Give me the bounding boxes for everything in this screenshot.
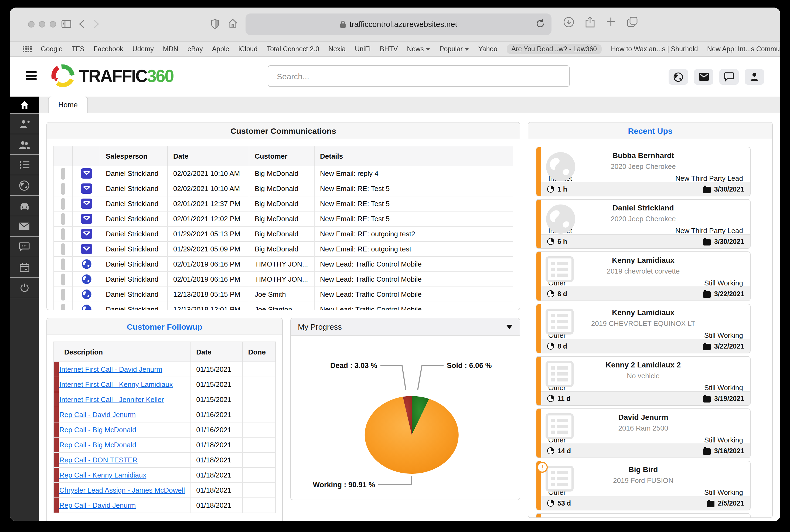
followup-date-cell: 01/18/2021 — [190, 498, 243, 513]
clock-icon — [547, 447, 554, 454]
power-icon — [19, 283, 30, 293]
bookmark-item[interactable]: New App: Int...s Community — [707, 45, 780, 53]
bookmark-item[interactable]: TFS — [72, 45, 84, 53]
bookmark-item[interactable]: Nexia — [328, 45, 345, 53]
column-header[interactable]: Date — [168, 146, 249, 166]
globe-button[interactable] — [669, 69, 688, 85]
communication-row[interactable]: Daniel Strickland 02/01/2019 06:16 PM TI… — [54, 272, 513, 287]
share-icon[interactable] — [585, 17, 595, 27]
priority-bar — [54, 498, 59, 513]
bookmark-item[interactable]: Are You Read...w? - Law360 — [506, 44, 602, 54]
column-header[interactable]: Details — [314, 146, 513, 166]
communication-row[interactable]: Daniel Strickland 02/01/2021 12:02 PM Bi… — [54, 211, 513, 226]
address-bar[interactable]: trafficcontrol.azurewebsites.net — [246, 14, 551, 35]
communication-row[interactable]: Daniel Strickland 12/13/2018 05:15 PM Jo… — [54, 287, 513, 302]
bookmark-item[interactable]: iCloud — [239, 45, 258, 53]
recent-up-card[interactable]: David Jenurm 2016 Ram 2500 OtherStill Wo… — [536, 408, 751, 458]
bookmark-item[interactable]: Google — [41, 45, 62, 53]
followup-link[interactable]: Chrysler Lead Assign - James McDowell — [59, 486, 185, 494]
followup-link[interactable]: Rep Call - David Jenurm — [59, 411, 136, 419]
row-handle — [61, 168, 65, 179]
search-input[interactable] — [268, 65, 570, 87]
back-icon[interactable] — [79, 19, 85, 28]
mail-button[interactable] — [694, 69, 713, 85]
bookmark-item[interactable]: MDN — [163, 45, 178, 53]
sidebar-toggle-icon[interactable] — [61, 20, 71, 28]
recent-up-card[interactable]: Bubba Bernhardt 2020 Jeep Cherokee Inter… — [536, 147, 751, 196]
details-cell: New Lead: Traffic Control Mobile — [314, 272, 513, 287]
communication-row[interactable]: Daniel Strickland 01/29/2021 05:09 PM Bi… — [54, 242, 513, 256]
chat-button[interactable] — [719, 69, 739, 85]
recent-up-card[interactable]: Kenny Lamidiaux 2019 chevrolet corvette … — [536, 251, 751, 301]
zoom-window-button[interactable] — [50, 21, 56, 27]
bookmark-item[interactable]: News — [407, 45, 430, 53]
tab-home[interactable]: Home — [48, 96, 88, 113]
recent-up-card[interactable]: Kenny 2 Lamidiaux 2 No vehicle OtherStil… — [536, 356, 751, 406]
communication-row[interactable]: Daniel Strickland 12/13/2018 12:01 PM Jo… — [54, 302, 513, 310]
column-header[interactable]: Done — [243, 342, 276, 362]
collapse-caret-icon[interactable] — [506, 325, 513, 329]
globe-icon — [546, 152, 576, 182]
recent-up-card[interactable]: ! Big Bird 2019 Ford FUSION OtherStill W… — [536, 461, 751, 510]
bookmark-item[interactable]: UniFi — [355, 45, 371, 53]
customer-cell: Big McDonald — [249, 166, 314, 181]
favorites-grid-icon[interactable] — [23, 45, 32, 52]
bookmark-item[interactable]: eBay — [188, 45, 203, 53]
recent-up-card[interactable]: Kenny Lamidiaux 2019 CHEVROLET EQUINOX L… — [536, 304, 751, 354]
new-tab-icon[interactable] — [606, 17, 616, 27]
bookmark-item[interactable]: Udemy — [132, 45, 154, 53]
bookmark-item[interactable]: Yahoo — [478, 45, 497, 53]
lead-status: Still Working — [704, 488, 743, 496]
sidebar-item-people[interactable] — [10, 134, 39, 155]
recent-up-card[interactable]: Nick Lenhardt — [536, 513, 751, 518]
sidebar-item-list[interactable] — [10, 155, 39, 175]
privacy-shield-icon[interactable] — [211, 19, 219, 29]
followup-link[interactable]: Internet First Call - Kenny Lamidiaux — [59, 380, 173, 388]
followup-link[interactable]: Rep Call - DON TESTER — [59, 456, 137, 464]
window-controls[interactable] — [28, 21, 56, 27]
progress-title: My Progress — [298, 322, 342, 331]
column-header[interactable]: Description — [54, 342, 190, 362]
followup-link[interactable]: Internet First Call - Jennifer Keller — [59, 396, 164, 404]
downloads-icon[interactable] — [563, 17, 574, 27]
minimize-window-button[interactable] — [39, 21, 45, 27]
followup-link[interactable]: Rep Call - Big McDonald — [59, 426, 136, 434]
bookmark-item[interactable]: Total Connect 2.0 — [267, 45, 319, 53]
bookmark-item[interactable]: BHTV — [380, 45, 398, 53]
communication-row[interactable]: Daniel Strickland 01/29/2021 05:13 PM Bi… — [54, 226, 513, 242]
followup-link[interactable]: Rep Call - Kenny Lamidiaux — [59, 471, 146, 479]
progress-panel: My Progress — [290, 318, 520, 500]
communication-row[interactable]: Daniel Strickland 02/02/2021 10:10 AM Bi… — [54, 181, 513, 196]
app-logo[interactable]: TRAFFIC360 — [51, 64, 173, 89]
followup-link[interactable]: Rep Call - David Jenurm — [59, 501, 136, 509]
communication-row[interactable]: Daniel Strickland 02/01/2019 06:16 PM TI… — [54, 256, 513, 272]
sidebar-item-calendar[interactable] — [10, 258, 39, 278]
sidebar-item-home[interactable] — [10, 97, 39, 114]
bookmark-item[interactable]: Popular — [439, 45, 469, 53]
sidebar-item-chat[interactable] — [10, 237, 39, 258]
reload-icon[interactable] — [537, 19, 544, 28]
communication-row[interactable]: Daniel Strickland 02/02/2021 10:10 AM Bi… — [54, 166, 513, 181]
sidebar-item-car[interactable] — [10, 196, 39, 216]
sidebar-item-power[interactable] — [10, 278, 39, 298]
recent-up-card[interactable]: Daniel Strickland 2020 Jeep Cherokee Int… — [536, 199, 751, 249]
bookmark-item[interactable]: How to Wax an...s | Shurhold — [611, 45, 698, 53]
communication-row[interactable]: Daniel Strickland 02/01/2021 12:37 PM Bi… — [54, 196, 513, 211]
sidebar-item-person-add[interactable] — [10, 114, 39, 134]
sidebar-item-globe[interactable] — [10, 175, 39, 196]
column-header[interactable]: Customer — [249, 146, 314, 166]
sidebar-item-mail[interactable] — [10, 216, 39, 237]
user-button[interactable] — [745, 69, 764, 85]
details-cell: New Email: RE: Test 5 — [314, 196, 513, 211]
bookmark-item[interactable]: Facebook — [94, 45, 123, 53]
menu-icon[interactable] — [26, 71, 37, 82]
column-header[interactable]: Date — [190, 342, 243, 362]
close-window-button[interactable] — [28, 21, 35, 27]
tab-overview-icon[interactable] — [627, 17, 638, 27]
home-icon[interactable] — [228, 18, 238, 28]
followup-link[interactable]: Rep Call - Big McDonald — [59, 441, 136, 449]
followup-link[interactable]: Internet First Call - David Jenurm — [59, 365, 162, 373]
column-header[interactable]: Salesperson — [100, 146, 168, 166]
forward-icon[interactable] — [93, 19, 99, 28]
bookmark-item[interactable]: Apple — [212, 45, 229, 53]
